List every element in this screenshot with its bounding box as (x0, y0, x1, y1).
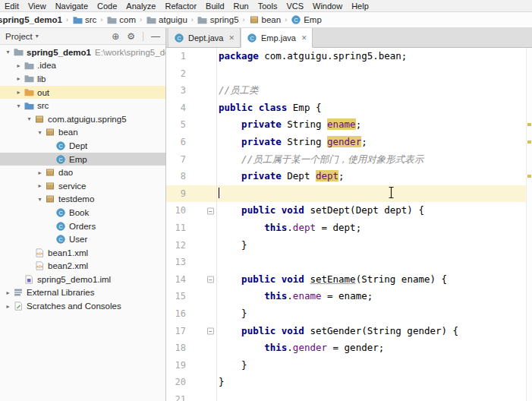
panel-settings-icon[interactable]: ⚙ (127, 32, 135, 41)
breadcrumb-item-atguigu[interactable]: atguigu (146, 15, 187, 25)
code-line-21[interactable]: 21 (166, 391, 532, 401)
tab-label: Dept.java (188, 33, 223, 43)
code-line-5[interactable]: 5 private String ename; (166, 116, 532, 134)
menu-navigate[interactable]: Navigate (51, 2, 93, 11)
tree-item-src[interactable]: ▾src (0, 99, 165, 112)
breadcrumb-item-emp[interactable]: CEmp (291, 15, 322, 25)
breadcrumb-item-com[interactable]: com (106, 15, 136, 25)
code-token: dept (293, 222, 316, 233)
menu-view[interactable]: View (24, 2, 51, 11)
menu-refactor[interactable]: Refactor (160, 2, 201, 11)
expand-arrow-icon[interactable]: ▸ (14, 62, 24, 69)
tree-item-book[interactable]: CBook (0, 206, 165, 219)
code-line-13[interactable]: 13 (166, 254, 532, 271)
fold-marker-icon[interactable]: − (207, 327, 214, 334)
tree-item-label: Scratches and Consoles (27, 302, 121, 311)
tree-item-testdemo[interactable]: ▾testdemo (0, 193, 165, 207)
error-stripe[interactable] (526, 48, 532, 401)
tree-item-spring5-demo1-iml[interactable]: spring5_demo1.iml (0, 273, 165, 286)
breadcrumb-item-spring5[interactable]: spring5 (197, 15, 239, 25)
menu-help[interactable]: Help (347, 2, 373, 11)
code-line-16[interactable]: 16 } (166, 305, 532, 323)
editor[interactable]: 1package com.atguigu.spring5.bean;23//员工… (166, 48, 532, 401)
menu-run[interactable]: Run (229, 2, 253, 11)
menu-analyze[interactable]: Analyze (121, 2, 160, 11)
code-line-6[interactable]: 6 private String gender; (166, 134, 532, 151)
tab-dept-java[interactable]: CDept.java✕ (168, 28, 241, 47)
code-line-4[interactable]: 4public class Emp { (166, 99, 532, 117)
chevron-down-icon[interactable]: ▾ (36, 33, 39, 39)
code-line-1[interactable]: 1package com.atguigu.spring5.bean; (166, 48, 532, 65)
gutter-fold-area (186, 219, 216, 237)
close-icon[interactable]: ✕ (301, 34, 307, 42)
toolbar-divider (143, 32, 143, 41)
code-line-text (216, 391, 219, 401)
tree-item-bean2-xml[interactable]: </>bean2.xml (0, 260, 165, 273)
tree-item-scratches-and-consoles[interactable]: ▸Scratches and Consoles (0, 299, 165, 313)
tree-item-com-atguigu-spring5[interactable]: ▾com.atguigu.spring5 (0, 112, 165, 126)
code-line-2[interactable]: 2 (166, 65, 532, 83)
tree-item-emp[interactable]: CEmp (0, 153, 165, 166)
code-line-text: //员工属于某一个部门，使用对象形式表示 (216, 151, 423, 169)
code-token: this (264, 290, 287, 302)
code-line-3[interactable]: 3//员工类 (166, 82, 532, 99)
class-icon: C (55, 221, 66, 231)
tree-item-bean1-xml[interactable]: </>bean1.xml (0, 246, 165, 260)
expand-arrow-icon[interactable]: ▾ (14, 103, 24, 109)
expand-arrow-icon[interactable]: ▾ (35, 129, 45, 136)
menu-build[interactable]: Build (201, 2, 228, 11)
code-line-text: private String ename; (216, 116, 361, 134)
expand-arrow-icon[interactable]: ▾ (24, 115, 34, 122)
tree-item-bean[interactable]: ▾bean (0, 126, 165, 140)
expand-arrow-icon[interactable]: ▸ (3, 303, 13, 310)
code-line-20[interactable]: 20} (166, 374, 532, 391)
breadcrumb-item-spring5-demo1[interactable]: spring5_demo1 (0, 15, 62, 24)
code-line-14[interactable]: 14− public void setEname(String ename) { (166, 271, 532, 289)
expand-arrow-icon[interactable]: ▸ (3, 289, 13, 296)
menu-vcs[interactable]: VCS (282, 2, 308, 11)
menu-edit[interactable]: Edit (0, 2, 24, 11)
close-icon[interactable]: ✕ (228, 34, 235, 42)
panel-hide-icon[interactable]: — (151, 32, 160, 41)
expand-arrow-icon[interactable]: ▾ (35, 196, 45, 203)
code-line-15[interactable]: 15 this.ename = ename; (166, 288, 532, 305)
scratch-icon (13, 302, 24, 311)
breadcrumb-item-src[interactable]: src (72, 15, 96, 25)
fold-marker-icon[interactable]: − (207, 207, 214, 214)
tree-item-service[interactable]: ▸service (0, 179, 165, 193)
code-line-10[interactable]: 10− public void setDept(Dept dept) { (166, 202, 532, 219)
code-line-18[interactable]: 18 this.gender = gender; (166, 339, 532, 357)
code-line-8[interactable]: 8 private Dept dept; (166, 168, 532, 185)
panel-locate-icon[interactable]: ⊕ (112, 32, 119, 41)
tree-item-idea[interactable]: ▸.idea (0, 59, 165, 73)
expand-arrow-icon[interactable]: ▸ (35, 182, 45, 189)
code-line-7[interactable]: 7 //员工属于某一个部门，使用对象形式表示 (166, 151, 532, 169)
tree-item-spring5-demo1[interactable]: ▾spring5_demo1E:\work\spring5_demo1 (0, 46, 165, 59)
code-line-9[interactable]: 9 (166, 185, 532, 203)
tree-item-external-libraries[interactable]: ▸External Libraries (0, 286, 165, 300)
gutter-fold-area (186, 65, 216, 83)
expand-arrow-icon[interactable]: ▾ (3, 49, 13, 55)
tree-item-dao[interactable]: ▸dao (0, 166, 165, 179)
tree-item-lib[interactable]: ▸lib (0, 72, 165, 86)
code-line-17[interactable]: 17− public void setGender(String gender)… (166, 323, 532, 340)
tab-emp-java[interactable]: CEmp.java✕ (241, 28, 313, 48)
code-line-19[interactable]: 19 } (166, 357, 532, 374)
expand-arrow-icon[interactable]: ▸ (35, 169, 45, 176)
fold-marker-icon[interactable]: − (207, 276, 214, 283)
expand-arrow-icon[interactable]: ▸ (14, 75, 24, 82)
tree-item-user[interactable]: CUser (0, 232, 165, 246)
code-line-12[interactable]: 12 } (166, 237, 532, 254)
project-tree: ▾spring5_demo1E:\work\spring5_demo1▸.ide… (0, 45, 165, 401)
line-number: 6 (166, 134, 186, 151)
tree-item-out[interactable]: ▸out (0, 86, 165, 99)
menu-tools[interactable]: Tools (253, 2, 282, 11)
tree-item-dept[interactable]: CDept (0, 139, 165, 153)
menu-window[interactable]: Window (308, 2, 347, 11)
menu-code[interactable]: Code (93, 2, 121, 11)
breadcrumb-item-bean[interactable]: bean (249, 15, 282, 25)
code-line-11[interactable]: 11 this.dept = dept; (166, 219, 532, 237)
expand-arrow-icon[interactable]: ▸ (14, 89, 24, 96)
project-panel-title[interactable]: Project (5, 32, 33, 41)
tree-item-orders[interactable]: COrders (0, 219, 165, 233)
